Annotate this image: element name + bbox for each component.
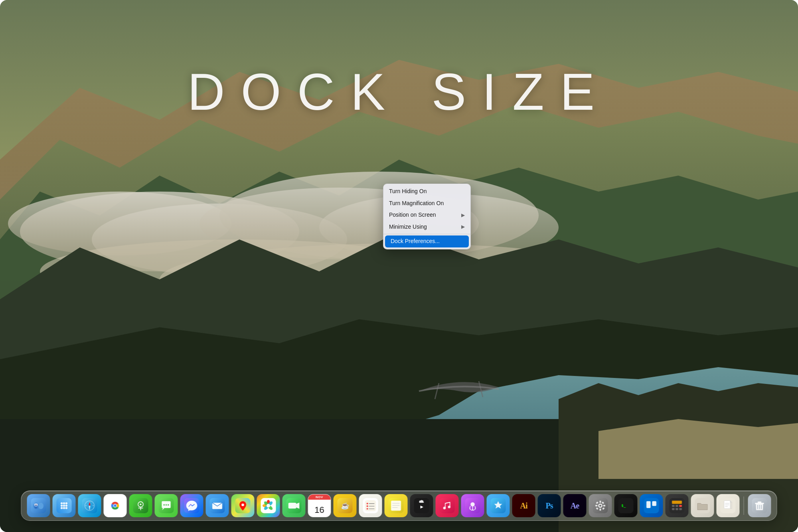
- svg-point-25: [65, 504, 67, 506]
- svg-rect-40: [133, 498, 148, 513]
- svg-point-88: [470, 502, 474, 506]
- dock-app-appletv[interactable]: ▶: [410, 494, 433, 517]
- svg-rect-113: [672, 508, 675, 510]
- dock-app-touchwiz[interactable]: [129, 494, 152, 517]
- svg-point-23: [61, 504, 63, 506]
- svg-rect-69: [365, 500, 376, 511]
- menu-separator: [383, 234, 470, 234]
- svg-point-85: [443, 507, 446, 510]
- svg-rect-103: [618, 498, 634, 513]
- dock-app-documents[interactable]: [717, 494, 740, 517]
- dock-app-trello[interactable]: [640, 494, 663, 517]
- dock-app-facetime[interactable]: [282, 494, 306, 517]
- menu-item-turn-hiding-on[interactable]: Turn Hiding On: [383, 186, 470, 198]
- context-menu: Turn Hiding On Turn Magnification On Pos…: [383, 184, 471, 249]
- svg-point-70: [367, 503, 368, 504]
- dock-app-photoshop[interactable]: Ps: [538, 494, 561, 517]
- svg-point-46: [164, 504, 165, 505]
- svg-rect-111: [676, 505, 678, 507]
- svg-point-94: [599, 504, 601, 506]
- dock-app-chrome[interactable]: [104, 494, 127, 517]
- dock-app-trash[interactable]: [748, 494, 771, 517]
- dock-app-messenger[interactable]: [180, 494, 203, 517]
- dock-app-notes[interactable]: [385, 494, 408, 517]
- svg-rect-77: [391, 501, 401, 511]
- svg-rect-105: [644, 498, 659, 513]
- svg-point-28: [65, 507, 67, 509]
- svg-rect-95: [600, 501, 601, 503]
- dock-app-filemanager[interactable]: [691, 494, 714, 517]
- svg-point-63: [267, 504, 270, 507]
- svg-rect-110: [672, 505, 675, 507]
- submenu-arrow-minimize: ▶: [461, 223, 465, 230]
- svg-rect-112: [679, 505, 682, 507]
- svg-rect-118: [724, 501, 731, 509]
- svg-point-86: [448, 506, 450, 508]
- dock-app-calculator[interactable]: [666, 494, 689, 517]
- svg-rect-98: [603, 505, 605, 506]
- svg-point-26: [61, 507, 63, 509]
- svg-point-42: [140, 504, 142, 505]
- illustrator-label: Ai: [520, 501, 527, 510]
- dock-separator: [744, 496, 744, 515]
- svg-point-24: [63, 504, 65, 506]
- photoshop-label: Ps: [546, 501, 553, 510]
- svg-point-20: [61, 502, 63, 504]
- dock-app-terminal[interactable]: $_: [614, 494, 638, 517]
- svg-rect-115: [679, 508, 682, 510]
- svg-rect-83: [440, 498, 455, 513]
- dock-app-safari[interactable]: [78, 494, 101, 517]
- dock-app-photos[interactable]: [257, 494, 280, 517]
- calendar-day: 16: [308, 505, 331, 515]
- svg-rect-109: [672, 501, 682, 504]
- svg-rect-107: [652, 501, 656, 506]
- svg-rect-65: [288, 503, 296, 508]
- dock-app-amphetamine[interactable]: ☕: [334, 494, 357, 517]
- svg-point-21: [63, 502, 65, 504]
- svg-point-39: [114, 504, 117, 507]
- dock-app-reminders[interactable]: [359, 494, 382, 517]
- dock-app-aftereffects[interactable]: Ae: [563, 494, 587, 517]
- menu-item-dock-preferences[interactable]: Dock Preferences...: [385, 235, 469, 247]
- dock-app-illustrator[interactable]: Ai: [512, 494, 535, 517]
- calendar-month: NOV: [308, 494, 331, 500]
- svg-point-14: [38, 503, 43, 509]
- svg-point-22: [65, 502, 67, 504]
- dock-app-appstore[interactable]: [487, 494, 510, 517]
- dock-app-music[interactable]: [436, 494, 459, 517]
- svg-rect-97: [595, 505, 597, 506]
- dock-app-finder[interactable]: [27, 494, 50, 517]
- dock-app-settings[interactable]: [589, 494, 612, 517]
- svg-text:☕: ☕: [341, 502, 350, 510]
- dock-app-launchpad[interactable]: [53, 494, 76, 517]
- svg-point-18: [36, 504, 38, 506]
- dock-app-podcasts[interactable]: [461, 494, 484, 517]
- svg-point-17: [35, 504, 36, 506]
- menu-item-turn-magnification-on[interactable]: Turn Magnification On: [383, 198, 470, 210]
- svg-point-27: [63, 507, 65, 509]
- dock-app-maps[interactable]: [231, 494, 255, 517]
- svg-point-47: [166, 504, 167, 505]
- svg-point-72: [367, 505, 368, 507]
- dock-app-messages[interactable]: [155, 494, 178, 517]
- dock: NOV 16 ☕: [21, 490, 777, 521]
- svg-text:$_: $_: [621, 503, 626, 508]
- svg-rect-106: [646, 501, 650, 508]
- svg-rect-124: [758, 502, 761, 503]
- svg-point-53: [241, 504, 244, 506]
- dock-app-mail[interactable]: [206, 494, 229, 517]
- menu-item-position-on-screen[interactable]: Position on Screen ▶: [383, 209, 470, 221]
- svg-rect-96: [600, 508, 601, 510]
- dock-app-calendar[interactable]: NOV 16: [308, 494, 331, 517]
- menu-item-minimize-using[interactable]: Minimize Using ▶: [383, 221, 470, 233]
- svg-rect-114: [676, 508, 678, 510]
- svg-point-48: [168, 504, 169, 505]
- submenu-arrow-position: ▶: [461, 212, 465, 219]
- svg-point-74: [367, 508, 368, 510]
- page-heading: DOCK SIZE: [0, 62, 798, 122]
- svg-text:▶: ▶: [420, 505, 423, 509]
- aftereffects-label: Ae: [571, 501, 579, 510]
